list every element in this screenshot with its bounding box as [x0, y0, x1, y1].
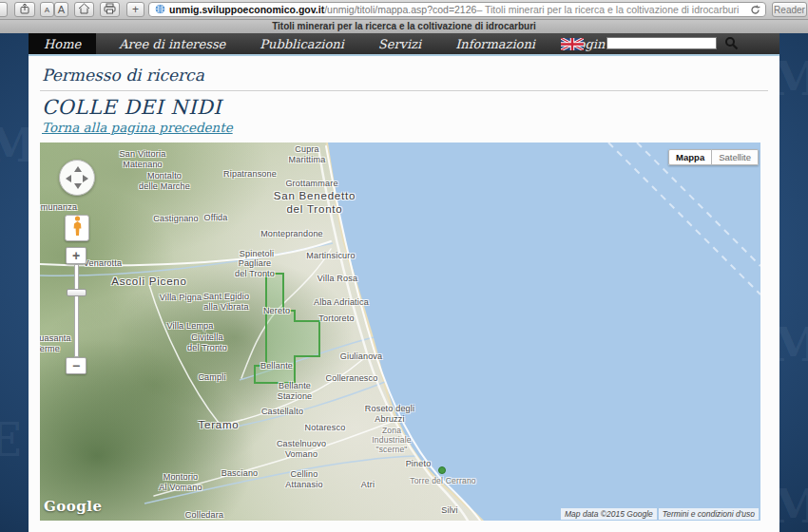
map-label: Offida [203, 213, 227, 223]
map-label: Grottammare [285, 179, 337, 189]
map-label: Colledara [185, 510, 223, 521]
address-bar[interactable]: unmig.sviluppoeconomico.gov.it/unmig/tit… [148, 2, 766, 17]
pan-left-icon[interactable] [66, 175, 71, 182]
map-label: Martinsicuro [306, 251, 355, 261]
reader-button[interactable]: Reader [772, 2, 807, 17]
section-title: Permesso di ricerca [40, 62, 768, 91]
map-label: Colleranesco [326, 373, 378, 384]
map-label: Bellante [260, 361, 293, 371]
zoom-out-button[interactable]: − [66, 357, 87, 374]
nav-item-aree-di-interesse[interactable]: Aree di interesse [119, 33, 225, 54]
map-label: Giulianova [340, 352, 383, 362]
content-panel: Permesso di ricerca COLLE DEI NIDI Torna… [29, 54, 779, 532]
map-label: Castelnuovo Vomano [277, 439, 326, 460]
map-label: Teramo [198, 419, 239, 432]
print-button[interactable] [100, 2, 120, 17]
map-label: San Benedetto del Tronto [274, 190, 356, 217]
map-type-control: Mappa Satellite [668, 149, 759, 165]
map-label: Castignano [153, 214, 199, 224]
zoom-in-button[interactable]: + [66, 247, 87, 264]
map-data-credit: Map data ©2015 Google [561, 508, 657, 520]
font-increase-button[interactable]: A [54, 2, 68, 17]
nav-item-servizi[interactable]: Servizi [378, 33, 421, 54]
map-label: Campli [198, 372, 225, 383]
pan-right-icon[interactable] [83, 175, 88, 182]
pan-down-icon[interactable] [74, 183, 82, 189]
map-label: Ascoli Piceno [111, 276, 186, 289]
map-label: Alba Adriatica [314, 297, 369, 308]
search-input[interactable] [606, 37, 717, 49]
map-labels: San Vittoria MatenanoMontalto delle Marc… [40, 142, 760, 521]
zoom-slider-track[interactable] [74, 264, 79, 357]
map-type-map-button[interactable]: Mappa [668, 149, 712, 165]
zoom-slider-handle[interactable] [67, 289, 87, 296]
map-label: Tortoreto [318, 314, 354, 324]
map-label: Cellino Attanasio [285, 469, 322, 490]
map-label: Pagliare del Tronto [235, 258, 275, 279]
map-label: Comunanza [40, 202, 77, 213]
map-label: Pineto [406, 459, 432, 469]
pan-control[interactable] [59, 160, 95, 196]
map-label: Atri [361, 480, 375, 490]
nav-right-cluster [561, 33, 779, 54]
map-label: Montalto delle Marche [139, 171, 190, 192]
map-label: San Vittoria Matenano [120, 149, 166, 170]
globe-favicon [155, 4, 165, 16]
map-label: Basciano [221, 468, 259, 479]
map-label: Torre del Cerrano [410, 476, 476, 485]
pan-up-icon[interactable] [74, 166, 82, 172]
map-label: Notaresco [305, 423, 346, 433]
share-button[interactable] [14, 2, 35, 17]
map-label: Bellante Stazione [278, 381, 313, 402]
home-icon [78, 3, 90, 16]
map-label: Venarotta [84, 258, 122, 269]
forward-button[interactable] [0, 2, 8, 17]
map-label: Monteprandone [260, 229, 323, 239]
url-path: /unmig/titoli/mappa.asp?cod=2126 [324, 4, 476, 15]
uk-flag-icon[interactable] [561, 37, 584, 54]
map-label: Ripatransone [223, 169, 277, 180]
nav-item-home[interactable]: Home [29, 33, 96, 54]
forward-arrow-icon [0, 5, 1, 15]
search-icon[interactable] [724, 36, 739, 54]
refresh-icon[interactable] [750, 5, 760, 17]
map-label: Spinetoli [240, 249, 274, 259]
map-label: Zona Industriale "scerne" [372, 426, 411, 455]
map-type-satellite-button[interactable]: Satellite [712, 149, 759, 165]
map-label: Sant Egidio alla Vibrata [203, 292, 249, 313]
window-title: Titoli minerari per la ricerca e la colt… [0, 20, 808, 33]
printer-icon [104, 3, 116, 16]
browser-toolbar: A A + unmig.sviluppoeconomico.gov.it/unm… [0, 0, 808, 20]
share-icon [19, 3, 30, 16]
map-label: Villa Pigna [160, 293, 202, 303]
map-label: Acquasanta Terme [40, 333, 71, 354]
nav-menu: HomeAree di interessePubblicazioniServiz… [29, 33, 639, 54]
url-domain: unmig.sviluppoeconomico.gov.it [169, 4, 324, 15]
map-label: Villa Rosa [317, 274, 357, 284]
font-decrease-button[interactable]: A [40, 2, 54, 17]
map-label: Castellalto [261, 407, 303, 417]
map-label: Nereto [263, 306, 290, 316]
map-label: Cupra Marittima [289, 144, 326, 165]
home-button[interactable] [74, 2, 94, 17]
terms-link[interactable]: Termini e condizioni d'uso [659, 508, 759, 520]
map-label: Villa Lempa [166, 321, 213, 332]
page-background: HomeAree di interessePubblicazioniServiz… [0, 33, 808, 532]
nav-item-informazioni[interactable]: Informazioni [455, 33, 535, 54]
map-canvas[interactable]: San Vittoria MatenanoMontalto delle Marc… [40, 142, 760, 521]
back-link[interactable]: Torna alla pagina precedente [42, 120, 233, 135]
url-page-title: – Titoli minerari per la ricerca e la co… [476, 4, 739, 15]
background-watermark: E [0, 413, 24, 466]
page-title: COLLE DEI NIDI [42, 96, 766, 119]
google-logo: Google [44, 498, 103, 515]
map-label: Roseto degli Abruzzi [365, 404, 414, 425]
street-view-pegman[interactable] [65, 215, 89, 241]
pegman-icon [71, 216, 84, 240]
map-label: Silvi [441, 505, 458, 516]
new-tab-button[interactable]: + [126, 2, 144, 17]
main-navigation: HomeAree di interessePubblicazioniServiz… [29, 33, 779, 54]
map-attribution: Map data ©2015 Google Termini e condizio… [561, 508, 759, 520]
map-label: Montorio Al Vomano [159, 472, 202, 493]
nav-item-pubblicazioni[interactable]: Pubblicazioni [260, 33, 343, 54]
map-label: Civitella del Tronto [187, 332, 227, 353]
